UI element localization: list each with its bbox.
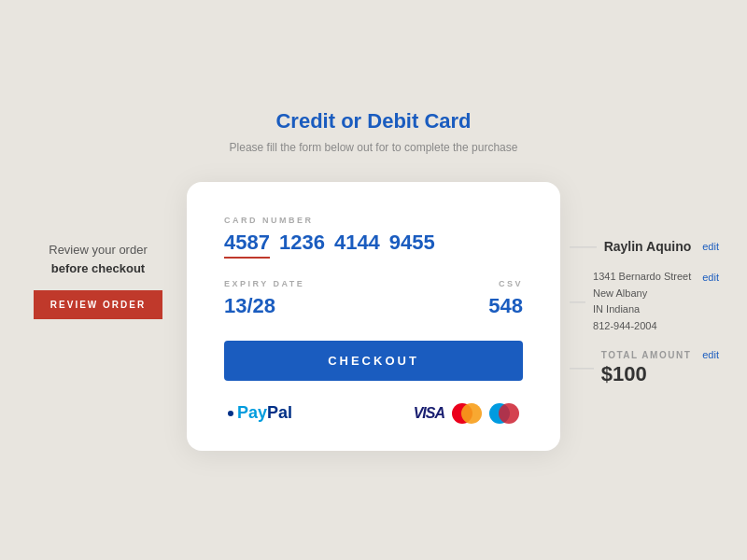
page-wrapper: Review your order before checkout REVIEW… [0,0,747,560]
address-divider-row: 1341 Bernardo Street edit New Albany IN … [570,269,719,334]
expiry-label: EXPIRY DATE [224,279,304,288]
user-divider-row: Raylin Aquino edit [570,239,719,254]
user-header: Raylin Aquino edit [604,239,719,254]
total-section: TOTAL AMOUNT edit $100 [570,350,719,387]
paypal-text: PayPal [237,403,292,423]
maestro-icon [489,404,519,423]
paypal-logo: PayPal [228,403,292,423]
paypal-dot-icon [228,411,233,416]
card-segment-3: 4144 [334,231,380,259]
right-panel: Raylin Aquino edit 1341 Bernardo Street … [570,239,719,401]
csv-label: CSV [488,279,523,288]
total-label: TOTAL AMOUNT [601,350,692,360]
expiry-value: 13/28 [224,294,304,318]
edit-user-link[interactable]: edit [702,241,719,252]
total-header: TOTAL AMOUNT edit [601,350,719,361]
card-number-label: CARD NUMBER [224,216,523,225]
card-segment-1: 4587 [224,231,270,259]
address-phone: 812-944-2004 [593,318,719,335]
visa-icon: VISA [414,405,444,422]
center-content: Credit or Debit Card Please fill the for… [187,109,560,451]
page-title: Credit or Debit Card [187,109,560,133]
card-segment-2: 1236 [279,231,325,259]
total-divider-row: TOTAL AMOUNT edit $100 [570,350,719,387]
review-text: Review your order before checkout [28,241,168,277]
card-number-row: 4587 1236 4144 9455 [224,231,523,259]
left-panel: Review your order before checkout REVIEW… [28,241,168,319]
payment-card: CARD NUMBER 4587 1236 4144 9455 EXPIRY D… [187,182,560,451]
user-info-section: Raylin Aquino edit [570,239,719,254]
card-brand-icons: VISA [414,404,519,423]
checkout-button[interactable]: CHECKOUT [224,341,523,381]
bottom-fields-row: EXPIRY DATE 13/28 CSV 548 [224,279,523,318]
address-info-section: 1341 Bernardo Street edit New Albany IN … [570,269,719,334]
divider-line-1 [570,246,597,247]
page-subtitle: Please fill the form below out for to co… [187,141,560,154]
total-amount: $100 [601,363,719,387]
user-name: Raylin Aquino [604,239,692,254]
edit-total-link[interactable]: edit [702,350,719,361]
address-header: 1341 Bernardo Street edit [593,269,719,286]
address-state: IN Indiana [593,302,719,319]
csv-group: CSV 548 [488,279,523,318]
address-street: 1341 Bernardo Street [593,269,691,286]
divider-line-3 [570,368,594,369]
card-segment-4: 9455 [389,231,435,259]
review-order-button[interactable]: REVIEW ORDER [34,290,162,319]
edit-address-link[interactable]: edit [702,272,719,283]
mastercard-icon [452,404,482,423]
expiry-group: EXPIRY DATE 13/28 [224,279,304,318]
divider-line-2 [570,301,585,302]
csv-value: 548 [488,294,523,318]
address-city: New Albany [593,286,719,302]
payment-icons: PayPal VISA [224,403,523,423]
